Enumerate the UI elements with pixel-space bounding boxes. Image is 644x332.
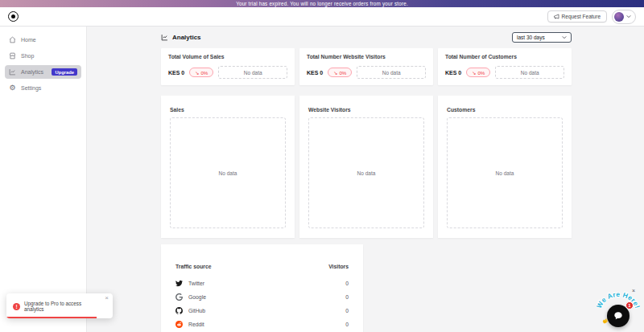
reddit-icon [175, 321, 183, 328]
sidebar-item-home[interactable]: Home [5, 33, 81, 47]
sidebar-item-analytics[interactable]: Analytics Upgrade [5, 65, 81, 79]
sidebar-item-label: Settings [21, 85, 41, 91]
sidebar-item-label: Shop [21, 53, 34, 59]
stat-card-customers: Total Number of Customers KES 0 ↘ 0% No … [438, 48, 572, 85]
stat-change: 0% [477, 70, 485, 76]
table-row-reddit: Reddit 0 [175, 321, 349, 328]
sidebar-item-shop[interactable]: Shop [5, 49, 81, 63]
stat-change: 0% [200, 70, 208, 76]
stat-card-sales: Total Volume of Sales KES 0 ↘ 0% No data [161, 48, 295, 85]
stat-no-data: No data [495, 66, 564, 79]
stat-change-badge: ↘ 0% [328, 68, 352, 77]
chevron-down-icon [562, 35, 567, 39]
visitors-header: Visitors [328, 264, 349, 269]
chart-no-data: No data [308, 117, 424, 228]
chart-no-data: No data [447, 117, 563, 228]
chat-widget: × We Are Here! 1 [597, 288, 640, 330]
waving-hand-icon [601, 317, 609, 325]
chart-card-website-visitors: Website Visitors No data [299, 96, 433, 238]
traffic-source-label: Google [188, 294, 206, 300]
chart-title: Customers [447, 107, 563, 113]
trial-expired-banner: Your trial has expired. You will no long… [0, 0, 644, 7]
upgrade-badge: Upgrade [52, 68, 77, 76]
chart-title: Website Visitors [308, 107, 424, 113]
table-row-twitter: Twitter 0 [175, 280, 349, 287]
github-icon [175, 307, 183, 314]
traffic-visitors-value: 0 [345, 294, 349, 300]
stat-value: KES 0 [307, 70, 323, 76]
stat-change: 0% [339, 70, 346, 76]
page-title-wrap: Analytics [161, 34, 201, 41]
avatar [614, 12, 624, 22]
chevron-down-icon [626, 14, 631, 18]
date-range-select[interactable]: last 30 days [512, 32, 572, 43]
error-icon: ! [13, 303, 20, 310]
traffic-source-header: Traffic source [175, 264, 212, 269]
traffic-source-label: GitHub [188, 308, 205, 314]
stat-title: Total Volume of Sales [168, 54, 287, 59]
sidebar-item-label: Analytics [21, 69, 43, 75]
table-row-github: GitHub 0 [175, 307, 349, 314]
stat-no-data: No data [357, 66, 426, 79]
google-icon [175, 293, 183, 301]
analytics-chart-icon [161, 34, 168, 41]
sidebar-item-settings[interactable]: ⚙ Settings [5, 81, 81, 95]
top-header: Request Feature [0, 7, 644, 27]
request-feature-button[interactable]: Request Feature [547, 10, 607, 23]
page-title: Analytics [172, 34, 201, 41]
stat-card-visitors: Total Number Website Visitors KES 0 ↘ 0%… [299, 48, 433, 85]
upgrade-toast: ! Upgrade to Pro to access analytics × [6, 293, 113, 318]
megaphone-icon [554, 14, 559, 19]
traffic-visitors-value: 0 [345, 308, 349, 314]
trial-banner-text: Your trial has expired. You will no long… [236, 1, 408, 6]
stat-no-data: No data [218, 66, 287, 79]
chart-card-customers: Customers No data [438, 96, 572, 238]
chart-title: Sales [170, 107, 286, 113]
chart-card-sales: Sales No data [161, 96, 295, 238]
stat-title: Total Number of Customers [445, 54, 564, 59]
trend-down-icon: ↘ [195, 70, 199, 76]
request-feature-label: Request Feature [562, 14, 601, 19]
sidebar-item-label: Home [21, 37, 36, 43]
trend-down-icon: ↘ [333, 70, 337, 76]
main-content: Analytics last 30 days Total Volume of S… [87, 27, 644, 332]
chart-no-data: No data [170, 117, 286, 228]
twitter-icon [175, 280, 183, 287]
speech-bubble-icon [613, 311, 623, 321]
settings-gear-icon: ⚙ [9, 84, 16, 92]
date-range-value: last 30 days [517, 35, 545, 40]
home-icon [9, 36, 16, 43]
app-logo[interactable] [8, 11, 19, 22]
stat-change-badge: ↘ 0% [466, 68, 490, 77]
shop-icon [9, 52, 16, 59]
traffic-source-label: Twitter [188, 281, 204, 286]
traffic-source-label: Reddit [188, 322, 204, 327]
toast-message: Upgrade to Pro to access analytics [24, 301, 101, 312]
chat-unread-badge: 1 [625, 301, 634, 309]
user-menu-button[interactable] [612, 10, 636, 24]
table-row-google: Google 0 [175, 293, 349, 301]
sidebar: Home Shop Analytics Upgrade ⚙ Settings [0, 27, 87, 332]
stat-value: KES 0 [168, 70, 184, 76]
trend-down-icon: ↘ [472, 70, 476, 76]
traffic-source-card: Traffic source Visitors Twitter 0 Google… [161, 244, 363, 332]
analytics-icon [9, 68, 16, 76]
toast-close-icon[interactable]: × [105, 295, 109, 301]
traffic-visitors-value: 0 [345, 281, 349, 286]
toast-progress-bar [6, 317, 97, 319]
stat-change-badge: ↘ 0% [189, 68, 213, 77]
traffic-visitors-value: 0 [345, 322, 349, 327]
stat-value: KES 0 [445, 70, 461, 76]
stat-title: Total Number Website Visitors [307, 54, 426, 59]
